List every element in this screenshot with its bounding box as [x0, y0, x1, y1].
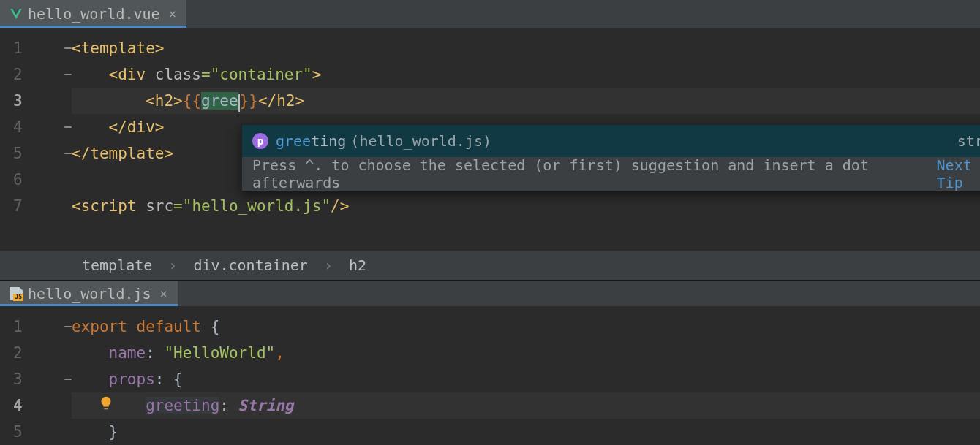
- chevron-right-icon: ›: [324, 256, 333, 274]
- editor-tab[interactable]: JS hello_world.js ×: [0, 281, 178, 306]
- line-number: 6: [0, 167, 72, 193]
- code-token: String: [238, 397, 294, 414]
- property-icon: p: [252, 133, 268, 149]
- suggestion-source: (hello_world.js): [350, 132, 491, 150]
- code-token: </h2>: [258, 92, 304, 110]
- autocomplete-item[interactable]: p greeting (hello_world.js) string: [242, 125, 980, 157]
- line-number-gutter: 1234567: [0, 28, 72, 251]
- line-number-gutter: 12345: [0, 306, 72, 445]
- code-token: src: [146, 197, 173, 215]
- fold-icon[interactable]: [64, 74, 72, 75]
- tab-bar: JS hello_world.js ×: [0, 281, 980, 306]
- next-tip-link[interactable]: Next Tip: [937, 156, 980, 191]
- vue-file-icon: [10, 8, 22, 20]
- code-line[interactable]: props: {: [72, 366, 980, 392]
- fold-icon[interactable]: [64, 47, 72, 49]
- code-token: "container": [211, 66, 312, 83]
- fold-icon[interactable]: [64, 326, 72, 327]
- fold-icon[interactable]: [64, 153, 72, 154]
- line-number: 2: [0, 340, 72, 366]
- code-line[interactable]: export default {: [72, 313, 980, 340]
- line-number: 3: [0, 366, 72, 392]
- code-token: ,: [275, 344, 284, 362]
- breadcrumb-item[interactable]: h2: [349, 256, 366, 274]
- code-token: }: [109, 423, 118, 441]
- code-token: =: [201, 66, 211, 83]
- code-line[interactable]: <h2>{{gree}}</h2>: [72, 88, 980, 114]
- editor-area[interactable]: 12345 export default { name: "HelloWorld…: [0, 306, 980, 445]
- line-number: 5: [0, 140, 72, 167]
- autocomplete-hint: Press ^. to choose the selected (or firs…: [242, 157, 980, 191]
- line-number: 7: [0, 193, 72, 219]
- code-area[interactable]: export default { name: "HelloWorld", pro…: [72, 306, 980, 445]
- code-token: =: [173, 197, 183, 215]
- code-token: export default: [72, 318, 211, 335]
- code-token: gree: [201, 92, 238, 110]
- fold-icon[interactable]: [64, 379, 72, 380]
- editor-tab[interactable]: hello_world.vue ×: [0, 0, 186, 28]
- code-token: </div>: [109, 118, 165, 136]
- code-token: :: [146, 344, 164, 362]
- code-token: {{: [183, 92, 201, 110]
- breadcrumb-bar[interactable]: template › div.container › h2: [0, 251, 980, 280]
- autocomplete-popup[interactable]: p greeting (hello_world.js) string Press…: [241, 124, 980, 191]
- fold-icon[interactable]: [64, 126, 72, 128]
- line-number: 2: [0, 61, 72, 88]
- tab-bar: hello_world.vue ×: [0, 0, 980, 28]
- code-token: <h2>: [146, 92, 183, 110]
- code-token: :: [219, 397, 238, 414]
- line-number: 4: [0, 392, 72, 419]
- code-line[interactable]: <template>: [72, 35, 980, 61]
- editor-area[interactable]: 1234567 p greeting (hello_world.js) stri…: [0, 28, 980, 251]
- line-number: 5: [0, 419, 72, 445]
- editor-pane-top: hello_world.vue × 1234567 p greeting (he…: [0, 0, 980, 280]
- code-token: class: [155, 66, 201, 83]
- breadcrumb-item[interactable]: div.container: [193, 256, 308, 274]
- code-token: <script: [72, 197, 146, 215]
- line-number: 4: [0, 114, 72, 140]
- code-token: "hello_world.js": [183, 197, 331, 215]
- editor-pane-bottom: JS hello_world.js × 12345 export default…: [0, 280, 980, 445]
- code-token: />: [331, 197, 349, 215]
- code-token: <div: [109, 66, 155, 83]
- chevron-right-icon: ›: [168, 256, 177, 274]
- code-token: name: [109, 344, 146, 362]
- code-area[interactable]: p greeting (hello_world.js) string Press…: [72, 28, 980, 251]
- code-token: greeting: [146, 397, 219, 414]
- code-token: "HelloWorld": [164, 344, 275, 362]
- suggestion-name: greeting: [276, 132, 346, 150]
- code-token: : {: [155, 370, 183, 388]
- js-file-icon: JS: [10, 288, 22, 300]
- line-number: 3: [0, 88, 72, 114]
- tab-filename: hello_world.vue: [28, 5, 160, 23]
- code-line[interactable]: <div class="container">: [72, 61, 980, 88]
- tab-filename: hello_world.js: [28, 285, 151, 303]
- line-number: 1: [0, 313, 72, 340]
- intention-bulb-icon[interactable]: [98, 395, 114, 411]
- code-token: >: [312, 66, 322, 83]
- code-token: }}: [240, 92, 258, 110]
- text-caret: [238, 94, 240, 112]
- code-token: <template>: [72, 39, 164, 57]
- line-number: 1: [0, 35, 72, 61]
- code-token: </template>: [72, 145, 173, 162]
- breadcrumb-item[interactable]: template: [82, 256, 152, 274]
- code-line[interactable]: }: [72, 419, 980, 445]
- hint-text: Press ^. to choose the selected (or firs…: [252, 156, 930, 191]
- suggestion-type: string: [957, 132, 980, 150]
- close-icon[interactable]: ×: [166, 7, 176, 21]
- code-line[interactable]: name: "HelloWorld",: [72, 340, 980, 366]
- close-icon[interactable]: ×: [157, 286, 167, 301]
- code-token: props: [109, 370, 155, 388]
- code-token: {: [211, 318, 220, 335]
- code-line[interactable]: greeting: String: [72, 392, 980, 419]
- code-line[interactable]: <script src="hello_world.js"/>: [72, 193, 980, 219]
